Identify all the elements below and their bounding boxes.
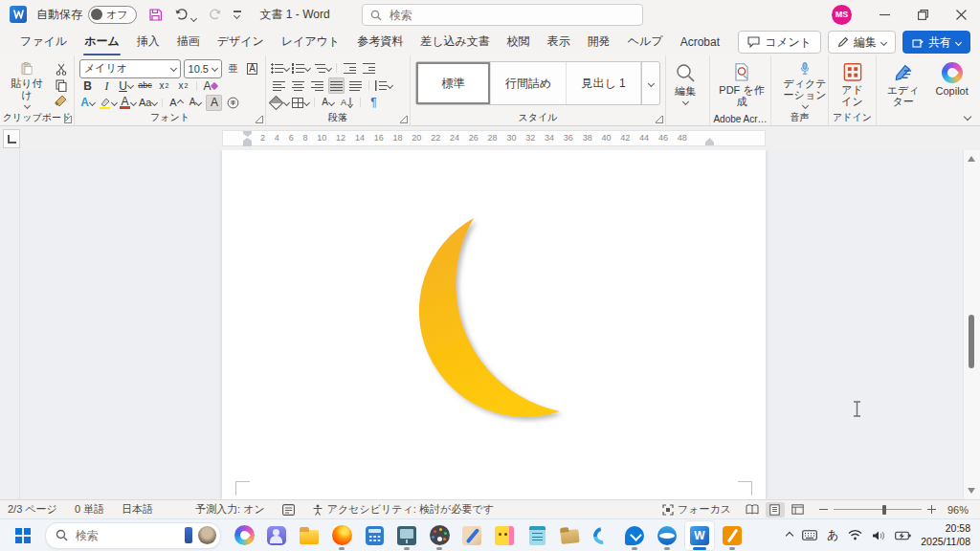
- subscript-button[interactable]: x2: [156, 77, 172, 94]
- autosave-toggle[interactable]: 自動保存 オフ: [36, 6, 137, 24]
- text-effects-button[interactable]: A: [79, 95, 96, 111]
- enclose-border-button[interactable]: A: [244, 60, 260, 77]
- ribbon-tab[interactable]: 表示: [539, 28, 579, 56]
- explorer-icon[interactable]: [295, 521, 323, 550]
- save-button[interactable]: [148, 8, 163, 22]
- word-icon[interactable]: [685, 521, 714, 550]
- font-color-button[interactable]: A: [120, 95, 136, 111]
- accessibility-status[interactable]: アクセシビリティ: 検討が必要です: [312, 502, 494, 517]
- search-box[interactable]: [362, 4, 643, 26]
- show-marks-button[interactable]: ¶: [366, 95, 382, 111]
- underline-button[interactable]: U: [118, 77, 134, 94]
- grow-font-button[interactable]: A: [167, 95, 184, 111]
- web-layout-button[interactable]: [789, 502, 808, 518]
- font-size-combo[interactable]: 10.5: [184, 59, 222, 78]
- increase-indent-button[interactable]: [361, 60, 377, 77]
- ribbon-tab[interactable]: 開発: [579, 28, 619, 56]
- page-indicator[interactable]: 2/3 ページ: [8, 502, 57, 517]
- read-mode-button[interactable]: [743, 502, 762, 518]
- clipboard-dialog-launcher[interactable]: [64, 116, 72, 123]
- volume-icon[interactable]: [872, 530, 885, 541]
- styles-dialog-launcher[interactable]: [656, 116, 663, 123]
- superscript-button[interactable]: x2: [175, 77, 191, 94]
- create-pdf-button[interactable]: PDF を作成: [715, 59, 768, 111]
- ribbon-tab[interactable]: デザイン: [209, 28, 273, 56]
- ribbon-tab[interactable]: ホーム: [76, 28, 128, 56]
- editing-menu-button[interactable]: 編集: [671, 59, 700, 111]
- shading-button[interactable]: [271, 95, 289, 111]
- prediction-indicator[interactable]: 予測入力: オン: [195, 502, 265, 517]
- ruby-button[interactable]: 亜: [225, 60, 241, 77]
- shrink-font-button[interactable]: A: [187, 95, 203, 111]
- taskbar-search-box[interactable]: [45, 522, 221, 549]
- editor-button[interactable]: エディター: [881, 59, 924, 111]
- comments-button[interactable]: コメント: [738, 31, 821, 54]
- taskbar-search-input[interactable]: [74, 528, 166, 543]
- zoom-level[interactable]: 96%: [947, 504, 969, 516]
- align-center-button[interactable]: [290, 77, 306, 94]
- ribbon-tab[interactable]: 参考資料: [348, 28, 412, 56]
- language-indicator[interactable]: 日本語: [122, 502, 153, 517]
- document-area[interactable]: [0, 150, 980, 499]
- account-avatar[interactable]: MS: [832, 5, 852, 25]
- stickers-icon[interactable]: [490, 521, 519, 550]
- format-painter-button[interactable]: [53, 93, 69, 109]
- wave-browser-icon[interactable]: [588, 521, 616, 550]
- proofing-status-icon[interactable]: [282, 504, 295, 516]
- enclose-character-button[interactable]: [225, 95, 241, 111]
- ribbon-tab[interactable]: 校閲: [499, 28, 539, 56]
- left-indent-marker[interactable]: [243, 143, 252, 146]
- dev-monitor-icon[interactable]: [392, 521, 421, 550]
- dictation-button[interactable]: ディクテーション: [776, 59, 834, 111]
- character-shading-button[interactable]: A: [206, 95, 222, 111]
- word-count[interactable]: 0 単語: [75, 502, 104, 517]
- copy-button[interactable]: [53, 77, 69, 94]
- style-chip[interactable]: 行間詰め: [491, 62, 567, 104]
- hidden-icons-chevron[interactable]: [786, 531, 793, 539]
- scrollbar-thumb[interactable]: [969, 315, 974, 368]
- highlight-button[interactable]: [99, 95, 117, 111]
- justify-button[interactable]: [328, 77, 345, 94]
- firefox-icon[interactable]: [327, 521, 356, 550]
- ribbon-tab[interactable]: Acrobat: [672, 30, 728, 55]
- align-left-button[interactable]: [271, 77, 287, 94]
- clock[interactable]: 20:58 2025/11/08: [921, 522, 970, 547]
- undo-button[interactable]: [174, 8, 196, 21]
- font-dialog-launcher[interactable]: [256, 116, 263, 123]
- styles-gallery-more-button[interactable]: [641, 62, 659, 104]
- search-input[interactable]: [388, 8, 602, 23]
- line-spacing-button[interactable]: [374, 77, 392, 94]
- align-right-button[interactable]: [309, 77, 325, 94]
- paste-button[interactable]: 貼り付け: [5, 59, 49, 111]
- share-button[interactable]: 共有: [902, 31, 970, 54]
- calculator-icon[interactable]: [360, 521, 389, 550]
- touch-keyboard-icon[interactable]: [802, 530, 817, 540]
- ribbon-tab[interactable]: レイアウト: [273, 28, 348, 56]
- wifi-icon[interactable]: [848, 530, 862, 540]
- editing-mode-button[interactable]: 編集: [828, 31, 896, 54]
- style-chip[interactable]: 標準: [416, 62, 492, 104]
- paragraph-dialog-launcher[interactable]: [400, 116, 408, 123]
- clip-studio-icon[interactable]: [718, 521, 746, 550]
- undo-dropdown-icon[interactable]: [189, 15, 196, 22]
- customize-qat-button[interactable]: [234, 11, 241, 17]
- distribute-button[interactable]: [347, 77, 364, 94]
- bold-button[interactable]: B: [79, 77, 96, 94]
- clear-formatting-button[interactable]: A: [202, 77, 218, 94]
- borders-button[interactable]: [292, 95, 309, 111]
- asian-layout-button[interactable]: A: [320, 95, 336, 111]
- sort-button[interactable]: A: [339, 95, 355, 111]
- ribbon-tab[interactable]: ヘルプ: [619, 28, 672, 56]
- scroll-up-arrow[interactable]: [968, 156, 975, 162]
- style-chip[interactable]: 見出し 1: [567, 62, 642, 104]
- copilot-icon[interactable]: [230, 521, 258, 550]
- cut-button[interactable]: [53, 61, 69, 77]
- start-button[interactable]: [10, 522, 36, 549]
- focus-mode-button[interactable]: フォーカス: [662, 502, 731, 517]
- zoom-slider[interactable]: [834, 504, 922, 516]
- zoom-in-button[interactable]: [927, 505, 936, 514]
- redo-button[interactable]: [208, 8, 222, 21]
- bullets-button[interactable]: [271, 60, 289, 77]
- multilevel-list-button[interactable]: [313, 60, 331, 77]
- globe-icon[interactable]: [653, 521, 681, 550]
